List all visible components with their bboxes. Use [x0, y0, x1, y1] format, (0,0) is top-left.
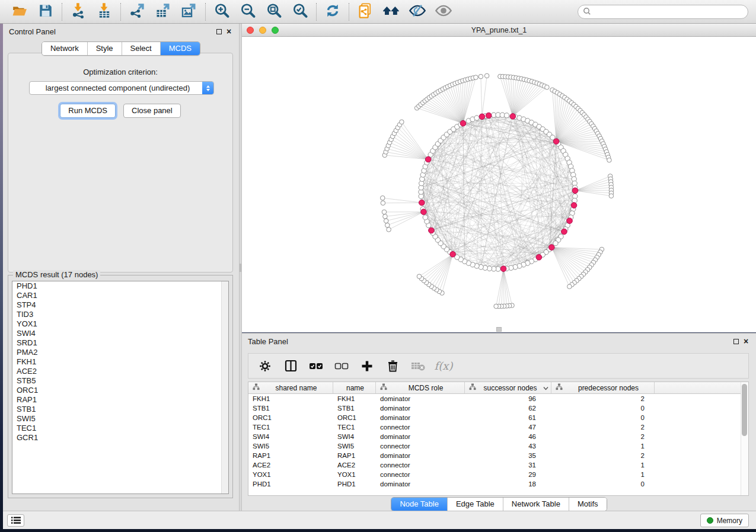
add-column-button[interactable]	[360, 359, 374, 373]
mcds-result-item[interactable]: SRD1	[12, 338, 228, 348]
table-row[interactable]: SWI4SWI4dominator462	[248, 432, 748, 441]
network-window-titlebar[interactable]: YPA_prune.txt_1	[242, 24, 756, 37]
tab-style[interactable]: Style	[88, 42, 122, 55]
cell-predecessors: 2	[551, 451, 655, 460]
mcds-result-item[interactable]: FKH1	[12, 357, 228, 367]
run-mcds-button[interactable]: Run MCDS	[60, 104, 116, 118]
table-scrollbar-thumb[interactable]	[742, 384, 747, 436]
delete-column-button[interactable]	[385, 359, 400, 373]
window-maximize-light[interactable]	[272, 27, 279, 34]
tab-network[interactable]: Network	[42, 42, 88, 55]
network-canvas[interactable]	[242, 37, 756, 332]
mcds-result-item[interactable]: ACE2	[12, 367, 228, 376]
table-row[interactable]: PHD1PHD1dominator180	[248, 479, 748, 489]
zoom-selected-button[interactable]	[290, 2, 310, 21]
mcds-result-item[interactable]: RAP1	[12, 395, 228, 405]
mcds-result-item[interactable]: CAR1	[12, 291, 228, 300]
cell-predecessors: 0	[551, 413, 655, 422]
table-row[interactable]: YOX1YOX1connector291	[248, 470, 748, 479]
export-image-button[interactable]	[179, 2, 199, 21]
column-label: successor nodes	[479, 384, 542, 392]
tab-mcds[interactable]: MCDS	[161, 42, 200, 55]
column-header-MCDS-role[interactable]: MCDS role	[376, 382, 465, 393]
window-close-light[interactable]	[247, 27, 254, 34]
table-row[interactable]: STB1STB1dominator620	[248, 403, 748, 413]
table-float-button[interactable]	[732, 338, 739, 345]
export-image-icon	[181, 2, 197, 21]
canvas-splitter-handle[interactable]	[496, 327, 502, 332]
export-network-button[interactable]	[127, 2, 147, 21]
table-tab-node-table[interactable]: Node Table	[391, 498, 448, 511]
table-row[interactable]: FKH1FKH1dominator962	[248, 394, 748, 403]
table-tab-motifs[interactable]: Motifs	[569, 498, 607, 511]
mcds-result-item[interactable]: ORC1	[12, 386, 228, 395]
zoom-in-button[interactable]	[212, 2, 232, 21]
mcds-result-item[interactable]: SWI5	[12, 414, 228, 424]
import-network-button[interactable]	[68, 2, 88, 21]
checked-boxes-icon	[309, 361, 323, 371]
refresh-button[interactable]	[323, 2, 343, 21]
table-settings-button[interactable]	[258, 359, 272, 373]
save-session-button[interactable]	[36, 2, 56, 21]
optimization-criterion-label: Optimization criterion:	[8, 68, 232, 76]
mcds-result-item[interactable]: YOX1	[12, 319, 228, 329]
cell-name: TEC1	[333, 422, 376, 432]
open-file-button[interactable]	[9, 2, 30, 21]
cell-mcds_role: connector	[376, 441, 465, 451]
mcds-result-item[interactable]: SWI4	[12, 329, 228, 338]
search-input[interactable]	[591, 6, 748, 18]
memory-button[interactable]: Memory	[700, 514, 749, 527]
mcds-result-item[interactable]: STB1	[12, 405, 228, 414]
select-all-button[interactable]	[309, 359, 323, 373]
mcds-result-item[interactable]: TEC1	[12, 424, 228, 433]
import-table-button[interactable]	[94, 2, 114, 21]
column-header-shared-name[interactable]: shared name	[248, 382, 333, 393]
cell-mcds_role: dominator	[376, 479, 465, 489]
window-minimize-light[interactable]	[259, 27, 266, 34]
close-mcds-panel-button[interactable]: Close panel	[123, 104, 181, 118]
mcds-result-list[interactable]: PHD1CAR1STP4TID3YOX1SWI4SRD1PMA2FKH1ACE2…	[12, 281, 229, 494]
network-overview-button[interactable]	[381, 2, 401, 21]
criterion-dropdown[interactable]: largest connected component (undirected)	[29, 81, 214, 95]
float-panel-button[interactable]	[215, 28, 222, 35]
share-network-document-button[interactable]	[355, 2, 375, 21]
show-columns-button[interactable]	[283, 359, 298, 373]
mcds-result-item[interactable]: PMA2	[12, 348, 228, 357]
export-table-button[interactable]	[153, 2, 173, 21]
control-panel: Control Panel × NetworkStyleSelectMCDS O…	[3, 24, 239, 511]
mcds-result-item[interactable]: PHD1	[12, 281, 228, 291]
table-close-button[interactable]: ×	[742, 338, 749, 345]
fx-icon: f(x)	[435, 360, 453, 372]
mcds-result-item[interactable]: STB5	[12, 376, 228, 386]
zoom-out-button[interactable]	[238, 2, 258, 21]
table-tab-edge-table[interactable]: Edge Table	[448, 498, 503, 511]
search-box[interactable]	[578, 5, 748, 19]
mcds-list-scrollbar[interactable]	[221, 281, 228, 493]
close-panel-button[interactable]: ×	[225, 28, 232, 35]
table-row[interactable]: SWI5SWI5connector431	[248, 441, 748, 451]
column-header-successor-nodes[interactable]: successor nodes	[465, 382, 551, 393]
deselect-all-button[interactable]	[334, 359, 349, 373]
table-tab-network-table[interactable]: Network Table	[503, 498, 569, 511]
table-row[interactable]: RAP1RAP1dominator352	[248, 451, 748, 460]
column-header-name[interactable]: name	[333, 382, 376, 393]
zoom-fit-button[interactable]	[264, 2, 284, 21]
mcds-result-item[interactable]: STP4	[12, 300, 228, 310]
table-row[interactable]: TEC1TEC1connector472	[248, 422, 748, 432]
mcds-result-item[interactable]: GCR1	[12, 433, 228, 443]
show-panels-button[interactable]	[7, 514, 24, 527]
cell-shared_name: RAP1	[248, 451, 333, 460]
plus-icon	[361, 360, 373, 372]
hide-vizmap-button[interactable]	[407, 2, 428, 21]
column-label: shared name	[262, 384, 330, 392]
cell-shared_name: SWI4	[248, 432, 333, 441]
mcds-result-item[interactable]: TID3	[12, 310, 228, 319]
table-scrollbar[interactable]	[741, 382, 748, 495]
table-row[interactable]: ACE2ACE2connector311	[248, 460, 748, 470]
column-header-predecessor-nodes[interactable]: predecessor nodes	[551, 382, 655, 393]
show-eye-button[interactable]	[433, 2, 454, 21]
tab-select[interactable]: Select	[122, 42, 161, 55]
memory-status-icon	[707, 517, 713, 524]
column-tree-icon	[380, 383, 390, 392]
table-row[interactable]: ORC1ORC1dominator610	[248, 413, 748, 422]
